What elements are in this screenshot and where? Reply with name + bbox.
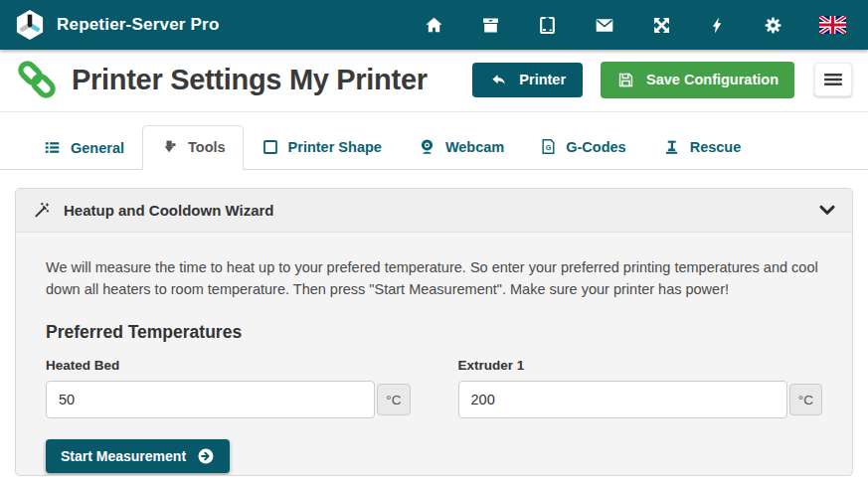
tab-tools[interactable]: Tools	[142, 125, 244, 170]
back-to-printer-button[interactable]: Printer	[472, 63, 583, 97]
power-bolt-icon[interactable]	[708, 15, 727, 36]
navbar-icon-group	[424, 15, 854, 36]
page-header: Printer Settings My Printer Printer Save…	[0, 50, 868, 112]
gcode-letter: G	[546, 144, 552, 152]
printer-button-label: Printer	[519, 72, 566, 87]
storage-box-icon[interactable]	[480, 15, 501, 36]
tab-webcam-label: Webcam	[445, 139, 504, 155]
hamburger-icon	[824, 72, 842, 87]
save-floppy-icon	[616, 71, 635, 89]
extruder1-label: Extruder 1	[458, 358, 823, 373]
panel-body: We will measure the time to heat up to y…	[16, 256, 852, 476]
square-shape-icon	[261, 138, 279, 156]
heatup-wizard-panel: Heatup and Cooldown Wizard We will measu…	[15, 188, 853, 476]
link-chain-icon	[16, 59, 58, 100]
arrow-circle-right-icon	[197, 447, 215, 465]
settings-gear-icon[interactable]	[763, 15, 783, 36]
webcam-icon	[418, 137, 436, 156]
extruder1-unit: °C	[789, 384, 822, 415]
reply-arrow-icon	[489, 72, 508, 88]
tab-gcodes-label: G-Codes	[566, 139, 625, 155]
tab-general-label: General	[71, 140, 124, 156]
wizard-description: We will measure the time to heat up to y…	[46, 256, 822, 300]
brand-title: Repetier-Server Pro	[57, 15, 219, 35]
start-measurement-label: Start Measurement	[61, 448, 186, 464]
tab-gcodes[interactable]: G G-Codes	[522, 124, 643, 170]
heated-bed-unit: °C	[377, 384, 410, 415]
tab-printer-shape-label: Printer Shape	[288, 139, 382, 155]
messages-icon[interactable]	[594, 15, 615, 36]
save-button-label: Save Configuration	[646, 72, 779, 87]
top-navbar: Repetier-Server Pro	[0, 0, 868, 50]
heated-bed-input[interactable]	[46, 381, 375, 418]
settings-tabbar: General Tools Printer Shape Webcam G	[0, 112, 868, 170]
magic-wand-icon	[32, 201, 51, 220]
extruder-tool-icon	[160, 138, 179, 156]
list-icon	[43, 139, 62, 156]
menu-burger-button[interactable]	[814, 63, 852, 96]
rescue-icon	[662, 138, 681, 156]
heated-bed-label: Heated Bed	[46, 358, 411, 373]
gcode-file-icon: G	[540, 137, 557, 156]
tab-webcam[interactable]: Webcam	[400, 124, 522, 170]
tab-rescue[interactable]: Rescue	[644, 125, 760, 170]
repetier-logo-icon	[14, 9, 46, 41]
print-queue-icon[interactable]	[537, 15, 558, 36]
page-title: Printer Settings My Printer	[72, 64, 428, 96]
save-configuration-button[interactable]: Save Configuration	[601, 62, 794, 98]
language-flag-icon[interactable]	[819, 16, 846, 34]
home-icon[interactable]	[424, 15, 444, 36]
tab-tools-label: Tools	[188, 139, 226, 155]
extruder1-field-group: Extruder 1 °C	[458, 358, 823, 418]
heated-bed-field-group: Heated Bed °C	[46, 358, 411, 418]
fullscreen-arrows-icon[interactable]	[651, 15, 672, 36]
chevron-down-icon[interactable]	[818, 204, 836, 218]
panel-title: Heatup and Cooldown Wizard	[64, 202, 274, 219]
extruder1-input[interactable]	[458, 381, 787, 418]
header-actions: Printer Save Configuration	[472, 62, 852, 98]
tab-printer-shape[interactable]: Printer Shape	[244, 125, 400, 170]
preferred-temperatures-heading: Preferred Temperatures	[46, 322, 822, 343]
tab-general[interactable]: General	[25, 126, 142, 170]
start-measurement-button[interactable]: Start Measurement	[46, 439, 230, 473]
panel-header[interactable]: Heatup and Cooldown Wizard	[16, 189, 852, 233]
tab-rescue-label: Rescue	[690, 139, 742, 155]
temperature-form-row: Heated Bed °C Extruder 1 °C	[46, 358, 822, 418]
